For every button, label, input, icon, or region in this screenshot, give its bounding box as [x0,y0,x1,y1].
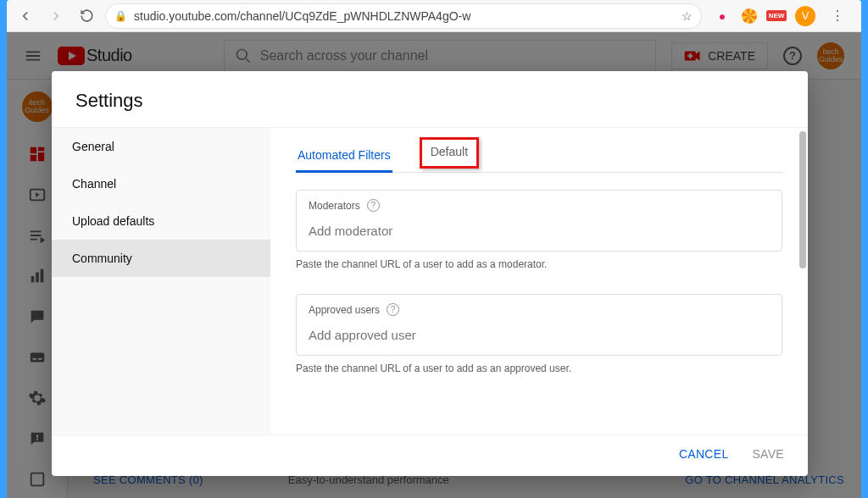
app-area: Studio Search across your channel CREATE… [7,32,861,498]
star-icon[interactable]: ☆ [682,9,693,23]
lock-icon: 🔒 [114,10,127,22]
modal-footer: CANCEL SAVE [52,434,808,476]
tabs: Automated Filters Default [296,128,782,173]
ext-icon-2[interactable] [741,8,758,24]
nav-channel[interactable]: Channel [52,165,270,202]
approved-helper: Paste the channel URL of a user to add a… [296,362,782,374]
url-text: studio.youtube.com/channel/UCq9ZdE_pWNHD… [134,9,470,23]
new-badge[interactable]: NEW [768,8,785,24]
tab-default[interactable]: Default [431,145,468,158]
nav-upload-defaults[interactable]: Upload defaults [52,202,270,240]
moderators-label: Moderators ? [309,199,770,212]
approved-label: Approved users ? [309,303,770,316]
approved-field: Approved users ? [296,294,782,356]
nav-general[interactable]: General [52,128,270,165]
modal-body: General Channel Upload defaults Communit… [52,127,808,434]
menu-icon[interactable]: ⋮ [826,4,849,28]
back-button[interactable] [14,4,37,28]
approved-input[interactable] [309,328,770,342]
help-icon[interactable]: ? [367,199,380,212]
cancel-button[interactable]: CANCEL [679,447,729,461]
settings-content: Automated Filters Default Moderators ? P… [270,128,808,434]
moderators-input[interactable] [309,224,770,238]
forward-button[interactable] [44,4,68,28]
ext-icon-1[interactable]: ● [714,8,731,24]
settings-nav: General Channel Upload defaults Communit… [52,128,270,434]
modal-title: Settings [52,71,808,127]
reload-button[interactable] [75,4,98,28]
tab-default-highlighted: Default [420,137,479,169]
browser-toolbar: 🔒 studio.youtube.com/channel/UCq9ZdE_pWN… [7,0,861,32]
tab-automated-filters[interactable]: Automated Filters [296,140,392,173]
address-bar[interactable]: 🔒 studio.youtube.com/channel/UCq9ZdE_pWN… [105,3,702,29]
content-scrollbar[interactable] [798,128,808,434]
save-button[interactable]: SAVE [752,447,784,461]
moderators-helper: Paste the channel URL of a user to add a… [296,258,782,270]
nav-community[interactable]: Community [52,240,270,277]
moderators-field: Moderators ? [296,190,782,252]
extensions: ● NEW V ⋮ [709,4,854,28]
browser-window: 🔒 studio.youtube.com/channel/UCq9ZdE_pWN… [7,0,861,498]
settings-modal: Settings General Channel Upload defaults… [52,71,808,476]
profile-avatar[interactable]: V [795,6,815,26]
help-icon[interactable]: ? [387,303,399,316]
